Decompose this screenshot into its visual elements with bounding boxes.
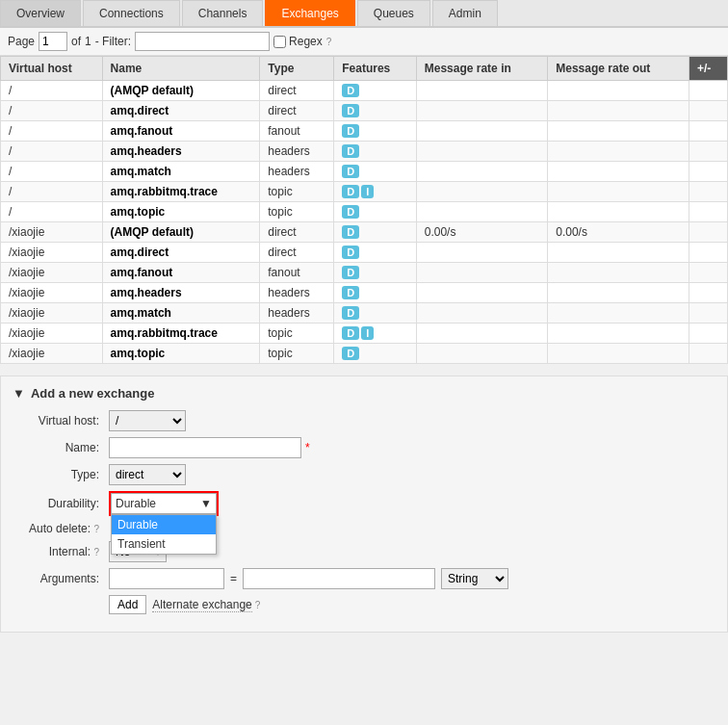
table-row[interactable]: /amq.directdirectD — [1, 101, 728, 121]
cell-plusminus — [689, 324, 727, 344]
table-row[interactable]: /amq.headersheadersD — [1, 142, 728, 162]
cell-rate-in — [416, 101, 548, 121]
tab-queues[interactable]: Queues — [357, 0, 430, 26]
exchange-name-link[interactable]: amq.headers — [111, 286, 182, 299]
alt-exchange-help-icon[interactable]: ? — [255, 600, 261, 610]
cell-name[interactable]: amq.headers — [102, 283, 260, 303]
exchange-name-link[interactable]: amq.direct — [111, 104, 169, 117]
exchange-name-link[interactable]: amq.match — [111, 165, 171, 178]
cell-features: D — [334, 101, 416, 121]
arguments-value-input[interactable] — [243, 568, 435, 589]
regex-label[interactable]: Regex — [273, 35, 323, 48]
durability-option-transient[interactable]: Transient — [112, 534, 216, 554]
cell-plusminus — [689, 263, 727, 283]
cell-name[interactable]: amq.topic — [102, 344, 260, 364]
exchange-name-link[interactable]: amq.topic — [111, 347, 166, 360]
cell-name[interactable]: amq.rabbitmq.trace — [102, 324, 260, 344]
cell-vhost: / — [1, 162, 103, 182]
cell-name[interactable]: amq.direct — [102, 243, 260, 263]
auto-delete-help-icon[interactable]: ? — [93, 524, 99, 534]
col-plusminus[interactable]: +/- — [689, 57, 727, 81]
table-row[interactable]: /amq.rabbitmq.tracetopicDI — [1, 182, 728, 202]
exchange-name-link[interactable]: amq.headers — [111, 144, 182, 158]
cell-type: direct — [260, 81, 334, 101]
cell-name[interactable]: (AMQP default) — [102, 222, 260, 243]
cell-name[interactable]: amq.headers — [102, 142, 260, 162]
page-input[interactable] — [39, 32, 67, 51]
col-features: Features — [334, 57, 416, 81]
arguments-key-input[interactable] — [109, 568, 224, 589]
cell-name[interactable]: amq.direct — [102, 101, 260, 121]
feature-badge: D — [342, 246, 359, 259]
table-row[interactable]: /amq.fanoutfanoutD — [1, 121, 728, 142]
exchange-name-link[interactable]: amq.direct — [111, 246, 169, 259]
vhost-select[interactable]: / /xiaojie — [109, 410, 186, 431]
cell-rate-out — [548, 142, 689, 162]
table-row[interactable]: /amq.topictopicD — [1, 202, 728, 222]
tab-admin[interactable]: Admin — [432, 0, 498, 26]
arguments-type-select[interactable]: String Number Boolean — [441, 568, 508, 589]
cell-features: D — [334, 263, 416, 283]
filter-input[interactable] — [135, 32, 270, 51]
tab-overview[interactable]: Overview — [0, 0, 81, 26]
alt-exchange-label[interactable]: Alternate exchange — [152, 598, 251, 612]
cell-name[interactable]: amq.topic — [102, 202, 260, 222]
name-row: Name: * — [13, 437, 715, 458]
cell-type: topic — [260, 202, 334, 222]
cell-features: D — [334, 202, 416, 222]
cell-vhost: /xiaojie — [1, 263, 103, 283]
of-label: of — [71, 35, 81, 48]
durability-option-durable[interactable]: Durable — [112, 515, 216, 534]
cell-name[interactable]: amq.rabbitmq.trace — [102, 182, 260, 202]
add-exchange-section: ▼ Add a new exchange Virtual host: / /xi… — [0, 375, 728, 633]
cell-rate-out — [548, 81, 689, 101]
feature-badge: D — [342, 144, 359, 158]
exchange-name-link[interactable]: (AMQP default) — [111, 84, 194, 97]
cell-name[interactable]: amq.fanout — [102, 121, 260, 142]
cell-type: headers — [260, 162, 334, 182]
exchange-name-link[interactable]: amq.topic — [111, 205, 166, 219]
regex-help-icon[interactable]: ? — [326, 37, 332, 47]
internal-help-icon[interactable]: ? — [93, 547, 99, 557]
exchange-name-link[interactable]: amq.rabbitmq.trace — [111, 326, 218, 340]
durability-select-box: Durable ▼ Durable Transient — [109, 491, 219, 516]
type-select[interactable]: direct fanout topic headers — [109, 464, 186, 485]
regex-checkbox[interactable] — [273, 36, 286, 48]
exchange-name-link[interactable]: amq.rabbitmq.trace — [111, 185, 218, 198]
cell-rate-in — [416, 324, 548, 344]
table-row[interactable]: /xiaojie(AMQP default)directD0.00/s0.00/… — [1, 222, 728, 243]
cell-name[interactable]: amq.match — [102, 303, 260, 324]
tab-exchanges[interactable]: Exchanges — [265, 0, 354, 26]
exchange-name-link[interactable]: (AMQP default) — [111, 225, 194, 239]
tab-channels[interactable]: Channels — [182, 0, 264, 26]
add-button[interactable]: Add — [109, 595, 146, 614]
durability-select[interactable]: Durable ▼ — [111, 493, 217, 514]
cell-name[interactable]: amq.match — [102, 162, 260, 182]
cell-name[interactable]: amq.fanout — [102, 263, 260, 283]
nav-tabs: Overview Connections Channels Exchanges … — [0, 0, 728, 28]
table-row[interactable]: /xiaojieamq.headersheadersD — [1, 283, 728, 303]
table-row[interactable]: /(AMQP default)directD — [1, 81, 728, 101]
exchange-name-link[interactable]: amq.fanout — [111, 266, 173, 279]
cell-rate-in — [416, 142, 548, 162]
table-row[interactable]: /amq.matchheadersD — [1, 162, 728, 182]
type-label: Type: — [13, 468, 109, 481]
name-input[interactable] — [109, 437, 301, 458]
cell-rate-out — [548, 121, 689, 142]
feature-badge: D — [342, 84, 359, 97]
add-section-header[interactable]: ▼ Add a new exchange — [13, 386, 715, 401]
cell-name[interactable]: (AMQP default) — [102, 81, 260, 101]
tab-connections[interactable]: Connections — [83, 0, 180, 26]
exchange-name-link[interactable]: amq.match — [111, 306, 171, 320]
exchange-name-link[interactable]: amq.fanout — [111, 124, 173, 138]
exchanges-table: Virtual host Name Type Features Message … — [0, 56, 728, 364]
internal-label: Internal: ? — [13, 545, 109, 558]
table-row[interactable]: /xiaojieamq.directdirectD — [1, 243, 728, 263]
table-row[interactable]: /xiaojieamq.rabbitmq.tracetopicDI — [1, 324, 728, 344]
table-row[interactable]: /xiaojieamq.fanoutfanoutD — [1, 263, 728, 283]
cell-vhost: / — [1, 81, 103, 101]
cell-vhost: / — [1, 121, 103, 142]
table-row[interactable]: /xiaojieamq.matchheadersD — [1, 303, 728, 324]
table-row[interactable]: /xiaojieamq.topictopicD — [1, 344, 728, 364]
required-star: * — [305, 441, 310, 454]
